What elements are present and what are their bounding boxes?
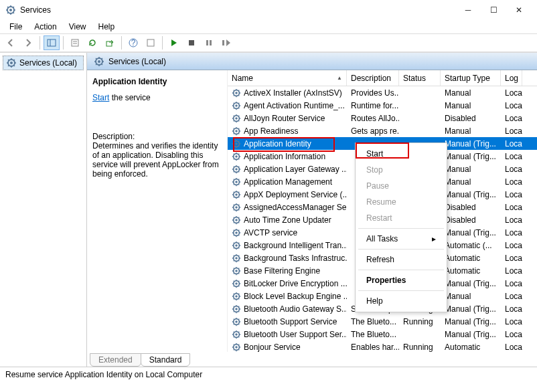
cell-startup: Manual (Trig... bbox=[441, 330, 501, 339]
cell-name: Bluetooth User Support Ser... bbox=[228, 330, 347, 339]
gear-icon bbox=[232, 177, 241, 187]
maximize-button[interactable]: ☐ bbox=[481, 1, 506, 19]
description-label: Description: bbox=[92, 132, 222, 141]
column-startup[interactable]: Startup Type bbox=[441, 70, 501, 86]
pause-service-button[interactable] bbox=[201, 35, 217, 50]
gear-icon bbox=[232, 228, 241, 237]
cell-logon: Loca bbox=[501, 114, 522, 123]
ctx-refresh[interactable]: Refresh bbox=[356, 252, 447, 268]
gear-icon bbox=[94, 56, 104, 67]
cell-logon: Loca bbox=[501, 228, 522, 237]
cell-startup: Manual bbox=[441, 165, 501, 174]
service-row[interactable]: ActiveX Installer (AxInstSV)Provides Us.… bbox=[228, 86, 537, 99]
tab-strip: Extended Standard bbox=[87, 352, 537, 367]
menu-file[interactable]: File bbox=[4, 21, 27, 33]
cell-description: Runtime for... bbox=[347, 101, 399, 110]
service-row[interactable]: Bluetooth User Support Ser...The Blueto.… bbox=[228, 328, 537, 340]
ctx-all-tasks[interactable]: All Tasks▸ bbox=[356, 231, 447, 247]
column-logon[interactable]: Log bbox=[501, 70, 522, 86]
start-service-button[interactable] bbox=[166, 35, 182, 50]
tab-extended[interactable]: Extended bbox=[90, 353, 141, 367]
forward-button[interactable] bbox=[20, 35, 36, 50]
toolbar-button[interactable] bbox=[143, 35, 159, 50]
stop-service-button[interactable] bbox=[183, 35, 200, 50]
cell-name: Application Information bbox=[228, 152, 347, 161]
cell-description: The Blueto... bbox=[347, 330, 399, 339]
export-button[interactable] bbox=[102, 35, 118, 50]
close-button[interactable]: ✕ bbox=[506, 1, 532, 19]
cell-name: Auto Time Zone Updater bbox=[228, 215, 347, 225]
properties-button[interactable] bbox=[67, 35, 83, 50]
menu-help[interactable]: Help bbox=[93, 21, 121, 33]
cell-startup: Manual (Trig... bbox=[441, 304, 501, 314]
menubar: File Action View Help bbox=[0, 20, 537, 33]
cell-name: AVCTP service bbox=[228, 228, 347, 237]
cell-name: Bonjour Service bbox=[228, 342, 347, 352]
toolbar: ? bbox=[0, 33, 537, 52]
cell-status: Running bbox=[399, 342, 441, 352]
cell-description: Provides Us... bbox=[347, 88, 399, 98]
cell-name: AppX Deployment Service (... bbox=[228, 190, 347, 199]
column-name[interactable]: Name▲ bbox=[228, 70, 347, 86]
toolbar-separator bbox=[63, 36, 64, 50]
cell-startup: Disabled bbox=[441, 114, 501, 123]
cell-name: ActiveX Installer (AxInstSV) bbox=[228, 88, 347, 98]
ctx-start[interactable]: Start bbox=[356, 146, 447, 162]
refresh-button[interactable] bbox=[84, 35, 100, 50]
ctx-separator bbox=[358, 249, 444, 250]
gear-icon bbox=[232, 139, 241, 149]
column-description[interactable]: Description bbox=[347, 70, 399, 86]
show-hide-tree-button[interactable] bbox=[44, 35, 60, 50]
context-menu: Start Stop Pause Resume Restart All Task… bbox=[355, 142, 447, 312]
ctx-help[interactable]: Help bbox=[356, 293, 447, 309]
service-row[interactable]: Bluetooth Support ServiceThe Blueto...Ru… bbox=[228, 315, 537, 328]
cell-startup: Manual (Trig... bbox=[441, 139, 501, 149]
menu-view[interactable]: View bbox=[64, 21, 92, 33]
pane-header: Services (Local) bbox=[87, 53, 537, 70]
minimize-button[interactable]: ─ bbox=[455, 1, 481, 19]
gear-icon bbox=[232, 292, 241, 301]
column-status[interactable]: Status bbox=[399, 70, 441, 86]
cell-name: AllJoyn Router Service bbox=[228, 114, 347, 123]
cell-startup: Manual (Trig... bbox=[441, 317, 501, 326]
service-row[interactable]: App ReadinessGets apps re...ManualLoca bbox=[228, 124, 537, 137]
tab-standard[interactable]: Standard bbox=[141, 353, 191, 367]
back-button[interactable] bbox=[3, 35, 19, 50]
pane-body: Application Identity Start the service D… bbox=[87, 70, 537, 352]
cell-logon: Loca bbox=[501, 152, 522, 161]
ctx-separator bbox=[358, 270, 444, 270]
window-title: Services bbox=[20, 5, 455, 15]
cell-name: Block Level Backup Engine ... bbox=[228, 292, 347, 301]
cell-name: Background Intelligent Tran... bbox=[228, 241, 347, 250]
cell-logon: Loca bbox=[501, 126, 522, 136]
cell-name: Bluetooth Audio Gateway S... bbox=[228, 304, 347, 314]
start-service-link[interactable]: Start bbox=[92, 93, 109, 102]
cell-startup: Automatic bbox=[441, 342, 501, 352]
tree-pane: Services (Local) bbox=[0, 53, 87, 367]
cell-logon: Loca bbox=[501, 279, 522, 288]
restart-service-button[interactable] bbox=[218, 35, 234, 50]
cell-logon: Loca bbox=[501, 266, 522, 276]
ctx-resume: Resume bbox=[356, 194, 447, 210]
cell-name: Base Filtering Engine bbox=[228, 266, 347, 276]
svg-text:?: ? bbox=[131, 38, 136, 47]
cell-logon: Loca bbox=[501, 342, 522, 352]
ctx-properties[interactable]: Properties bbox=[356, 272, 447, 288]
toolbar-separator bbox=[162, 36, 163, 50]
service-row[interactable]: Bonjour ServiceEnables har...RunningAuto… bbox=[228, 340, 537, 352]
cell-startup: Manual (Trig... bbox=[441, 190, 501, 199]
cell-startup: Manual (Trig... bbox=[441, 279, 501, 288]
menu-action[interactable]: Action bbox=[29, 21, 62, 33]
tree-item-services-local[interactable]: Services (Local) bbox=[3, 56, 84, 70]
service-row[interactable]: AllJoyn Router ServiceRoutes AllJo...Dis… bbox=[228, 112, 537, 124]
cell-logon: Loca bbox=[501, 88, 522, 98]
help-button[interactable]: ? bbox=[125, 35, 141, 50]
cell-logon: Loca bbox=[501, 139, 522, 149]
cell-name: AssignedAccessManager Se... bbox=[228, 203, 347, 212]
cell-startup: Automatic bbox=[441, 266, 501, 276]
cell-logon: Loca bbox=[501, 304, 522, 314]
cell-startup: Manual (Trig... bbox=[441, 228, 501, 237]
service-row[interactable]: Agent Activation Runtime_...Runtime for.… bbox=[228, 99, 537, 112]
titlebar: Services ─ ☐ ✕ bbox=[0, 0, 537, 20]
svg-rect-12 bbox=[206, 40, 208, 45]
